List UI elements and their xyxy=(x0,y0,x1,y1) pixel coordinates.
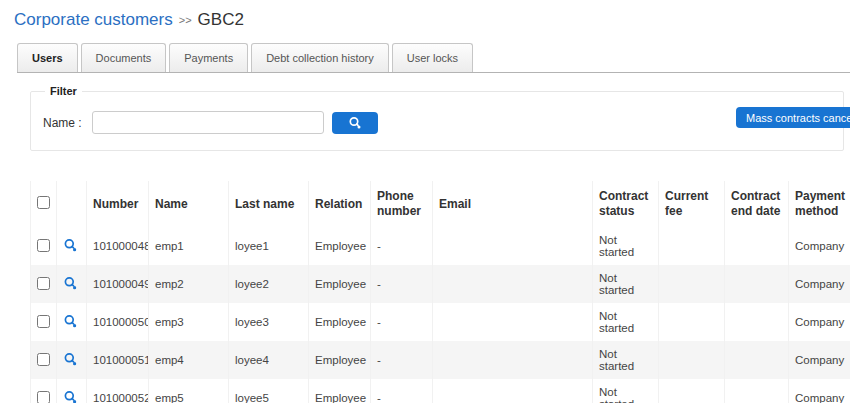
cell-current-fee xyxy=(659,265,725,303)
corporate-customer-users-page: { "breadcrumb": { "link": "Corporate cus… xyxy=(0,0,850,403)
cell-phone-number: - xyxy=(371,379,433,403)
cell-contract-end-date xyxy=(725,379,789,403)
cell-contract-end-date xyxy=(725,303,789,341)
tab-documents[interactable]: Documents xyxy=(81,43,167,72)
view-user-details-button[interactable] xyxy=(63,276,78,291)
name-filter-label: Name : xyxy=(43,116,82,130)
magnifier-plus-icon xyxy=(63,355,78,370)
column-header-contract-end-date: Contract end date xyxy=(725,181,789,227)
cell-contract-end-date xyxy=(725,265,789,303)
cell-relation: Employee xyxy=(309,265,371,303)
cell-email xyxy=(433,341,593,379)
search-button[interactable] xyxy=(332,112,378,134)
cell-name: emp2 xyxy=(149,265,229,303)
cell-current-fee xyxy=(659,303,725,341)
cell-contract-status: Not started xyxy=(593,227,659,265)
cell-contract-status: Not started xyxy=(593,341,659,379)
cell-last-name: loyee1 xyxy=(229,227,309,265)
cell-number: 101000049 xyxy=(87,265,149,303)
tab-users[interactable]: Users xyxy=(17,43,78,72)
cell-number: 101000048 xyxy=(87,227,149,265)
tabs-bar: UsersDocumentsPaymentsDebt collection hi… xyxy=(17,43,850,73)
top-actions: Mass contracts cancel E xyxy=(736,107,850,128)
cell-last-name: loyee4 xyxy=(229,341,309,379)
magnifier-plus-icon xyxy=(63,241,78,256)
cell-name: emp1 xyxy=(149,227,229,265)
cell-email xyxy=(433,379,593,403)
cell-contract-end-date xyxy=(725,341,789,379)
column-header-number: Number xyxy=(87,181,149,227)
cell-email xyxy=(433,227,593,265)
view-user-details-button[interactable] xyxy=(63,390,78,403)
cell-name: emp4 xyxy=(149,341,229,379)
cell-current-fee xyxy=(659,227,725,265)
cell-name: emp5 xyxy=(149,379,229,403)
cell-number: 101000051 xyxy=(87,341,149,379)
breadcrumb-link-corporate-customers[interactable]: Corporate customers xyxy=(14,10,173,30)
column-header-email: Email xyxy=(433,181,593,227)
magnifier-icon xyxy=(348,116,362,130)
column-header-relation: Relation xyxy=(309,181,371,227)
cell-email xyxy=(433,303,593,341)
row-details-cell xyxy=(57,341,87,379)
view-user-details-button[interactable] xyxy=(63,314,78,329)
column-header-phone-number: Phone number xyxy=(371,181,433,227)
cell-email xyxy=(433,265,593,303)
filter-legend: Filter xyxy=(45,85,82,97)
tab-debt-collection-history[interactable]: Debt collection history xyxy=(251,43,389,72)
table-row: 101000051emp4loyee4Employee-Not startedC… xyxy=(31,341,850,379)
select-all-checkbox[interactable] xyxy=(37,196,50,209)
row-checkbox[interactable] xyxy=(37,315,50,328)
table-body: 101000048emp1loyee1Employee-Not startedC… xyxy=(31,227,850,403)
magnifier-plus-icon xyxy=(63,393,78,403)
row-select-cell xyxy=(31,227,57,265)
cell-contract-end-date xyxy=(725,227,789,265)
cell-relation: Employee xyxy=(309,227,371,265)
column-header-empty xyxy=(57,181,87,227)
cell-last-name: loyee5 xyxy=(229,379,309,403)
breadcrumb-separator: >> xyxy=(179,14,192,26)
cell-number: 101000050 xyxy=(87,303,149,341)
row-details-cell xyxy=(57,379,87,403)
cell-phone-number: - xyxy=(371,227,433,265)
mass-contracts-cancel-button[interactable]: Mass contracts cancel xyxy=(736,107,850,128)
table-header-row: NumberNameLast nameRelationPhone numberE… xyxy=(31,181,850,227)
cell-payment-method: Company xyxy=(789,303,850,341)
cell-payment-method: Company xyxy=(789,265,850,303)
cell-last-name: loyee2 xyxy=(229,265,309,303)
column-header-name: Name xyxy=(149,181,229,227)
filter-row: Name : xyxy=(41,111,833,134)
column-header-contract-status: Contract status xyxy=(593,181,659,227)
cell-name: emp3 xyxy=(149,303,229,341)
tab-payments[interactable]: Payments xyxy=(169,43,248,72)
row-checkbox[interactable] xyxy=(37,353,50,366)
cell-payment-method: Company xyxy=(789,341,850,379)
cell-payment-method: Company xyxy=(789,227,850,265)
row-select-cell xyxy=(31,265,57,303)
cell-relation: Employee xyxy=(309,303,371,341)
row-checkbox[interactable] xyxy=(37,391,50,403)
column-header-payment-method: Payment method xyxy=(789,181,850,227)
cell-relation: Employee xyxy=(309,341,371,379)
row-checkbox[interactable] xyxy=(37,239,50,252)
view-user-details-button[interactable] xyxy=(63,352,78,367)
cell-phone-number: - xyxy=(371,341,433,379)
cell-relation: Employee xyxy=(309,379,371,403)
column-header-current-fee: Current fee xyxy=(659,181,725,227)
tab-user-locks[interactable]: User locks xyxy=(392,43,473,72)
table-row: 101000049emp2loyee2Employee-Not startedC… xyxy=(31,265,850,303)
row-details-cell xyxy=(57,227,87,265)
row-select-cell xyxy=(31,303,57,341)
cell-contract-status: Not started xyxy=(593,379,659,403)
row-checkbox[interactable] xyxy=(37,277,50,290)
cell-phone-number: - xyxy=(371,303,433,341)
table-row: 101000050emp3loyee3Employee-Not startedC… xyxy=(31,303,850,341)
table-row: 101000048emp1loyee1Employee-Not startedC… xyxy=(31,227,850,265)
magnifier-plus-icon xyxy=(63,317,78,332)
name-filter-input[interactable] xyxy=(92,111,324,134)
cell-contract-status: Not started xyxy=(593,303,659,341)
row-details-cell xyxy=(57,265,87,303)
view-user-details-button[interactable] xyxy=(63,238,78,253)
filter-panel: Filter Name : xyxy=(30,85,844,151)
row-select-cell xyxy=(31,379,57,403)
